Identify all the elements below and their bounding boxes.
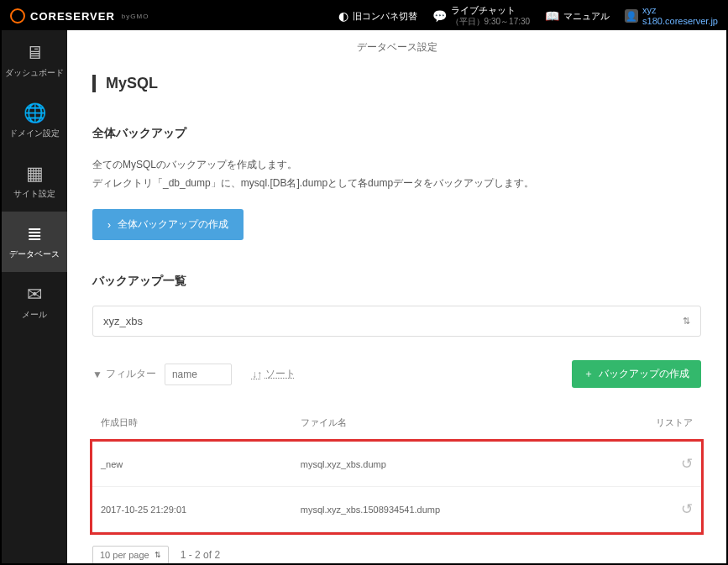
cell-date: 2017-10-25 21:29:01 — [92, 487, 292, 532]
backup-list-title: バックアップ一覧 — [92, 274, 701, 289]
backup-table: 作成日時 ファイル名 リストア _new mysql.xyz_xbs.dump … — [92, 405, 701, 532]
table-row: 2017-10-25 21:29:01 mysql.xyz_xbs.150893… — [92, 487, 701, 532]
chevron-updown-icon: ⇅ — [155, 551, 161, 559]
cell-file: mysql.xyz_xbs.1508934541.dump — [292, 487, 597, 532]
sidebar-item-mail[interactable]: ✉ メール — [2, 272, 67, 332]
database-select[interactable]: xyz_xbs ⇅ — [92, 306, 701, 337]
chat-hours: （平日）9:30～17:30 — [451, 17, 531, 27]
sort-link[interactable]: ↓↑ ソート — [252, 367, 296, 381]
breadcrumb: データベース設定 — [67, 30, 726, 65]
grid-icon: ▦ — [5, 163, 64, 185]
per-page-select[interactable]: 10 per page ⇅ — [92, 546, 169, 563]
sidebar: 🖥 ダッシュボード 🌐 ドメイン設定 ▦ サイト設定 ≣ データベース ✉ メー… — [2, 30, 67, 563]
monitor-icon: 🖥 — [5, 42, 64, 64]
mail-icon: ✉ — [5, 284, 64, 306]
toggle-icon: ◐ — [338, 9, 348, 23]
chevron-updown-icon: ⇅ — [683, 316, 690, 327]
logo[interactable]: CORESERVER byGMO — [10, 8, 149, 24]
sidebar-item-site[interactable]: ▦ サイト設定 — [2, 151, 67, 212]
manual-link[interactable]: 📖 マニュアル — [545, 9, 610, 23]
sidebar-label: データベース — [9, 249, 60, 259]
filter-label: ▼ フィルター — [92, 367, 156, 381]
col-date: 作成日時 — [92, 405, 292, 442]
table-row: _new mysql.xyz_xbs.dump ↺ — [92, 442, 701, 487]
page-title: MySQL — [92, 75, 701, 92]
sidebar-item-domain[interactable]: 🌐 ドメイン設定 — [2, 91, 67, 151]
sidebar-label: ダッシュボード — [5, 68, 64, 77]
user-icon: 👤 — [625, 9, 638, 23]
backup-all-text2: ディレクトリ「_db_dump」に、mysql.[DB名].dumpとして各du… — [92, 175, 701, 193]
topbar: CORESERVER byGMO ◐ 旧コンパネ切替 💬 ライブチャット （平日… — [2, 2, 726, 30]
backup-all-title: 全体バックアップ — [92, 126, 701, 141]
plus-icon: ＋ — [584, 367, 594, 381]
create-backup-button[interactable]: ＋ バックアップの作成 — [572, 360, 701, 388]
logo-icon — [10, 8, 25, 24]
sidebar-item-dashboard[interactable]: 🖥 ダッシュボード — [2, 30, 67, 91]
sidebar-label: メール — [22, 310, 47, 319]
live-chat[interactable]: 💬 ライブチャット （平日）9:30～17:30 — [432, 5, 531, 26]
filter-icon: ▼ — [92, 369, 102, 380]
sidebar-label: ドメイン設定 — [9, 128, 60, 138]
cell-date: _new — [92, 442, 292, 487]
pagination-range: 1 - 2 of 2 — [181, 549, 220, 561]
chat-icon: 💬 — [432, 9, 447, 23]
col-file: ファイル名 — [292, 405, 597, 442]
user-name: xyz — [642, 5, 718, 16]
cell-file: mysql.xyz_xbs.dump — [292, 442, 597, 487]
manual-label: マニュアル — [563, 10, 610, 23]
restore-icon[interactable]: ↺ — [681, 500, 693, 518]
button-label: バックアップの作成 — [599, 367, 689, 381]
create-all-backup-button[interactable]: › 全体バックアップの作成 — [92, 209, 244, 240]
backup-all-text1: 全てのMySQLのバックアップを作成します。 — [92, 156, 701, 175]
chat-label: ライブチャット — [451, 5, 531, 16]
book-icon: 📖 — [545, 9, 559, 23]
sidebar-item-database[interactable]: ≣ データベース — [2, 212, 67, 272]
button-label: 全体バックアップの作成 — [118, 217, 228, 232]
database-icon: ≣ — [5, 223, 64, 245]
sort-icon: ↓↑ — [252, 369, 262, 380]
brand-text: CORESERVER — [30, 10, 115, 23]
chevron-right-icon: › — [107, 219, 111, 231]
brand-sub: byGMO — [122, 13, 149, 20]
col-restore: リストア — [596, 405, 701, 442]
old-panel-toggle[interactable]: ◐ 旧コンパネ切替 — [338, 9, 417, 23]
restore-icon[interactable]: ↺ — [681, 455, 693, 473]
select-value: xyz_xbs — [103, 315, 143, 327]
user-server: s180.coreserver.jp — [642, 16, 718, 27]
filter-input[interactable] — [165, 364, 232, 385]
user-menu[interactable]: 👤 xyz s180.coreserver.jp — [625, 5, 718, 27]
globe-icon: 🌐 — [5, 102, 64, 124]
main-content: データベース設定 MySQL 全体バックアップ 全てのMySQLのバックアップを… — [67, 30, 726, 563]
old-panel-label: 旧コンパネ切替 — [353, 10, 417, 23]
sidebar-label: サイト設定 — [13, 189, 55, 198]
